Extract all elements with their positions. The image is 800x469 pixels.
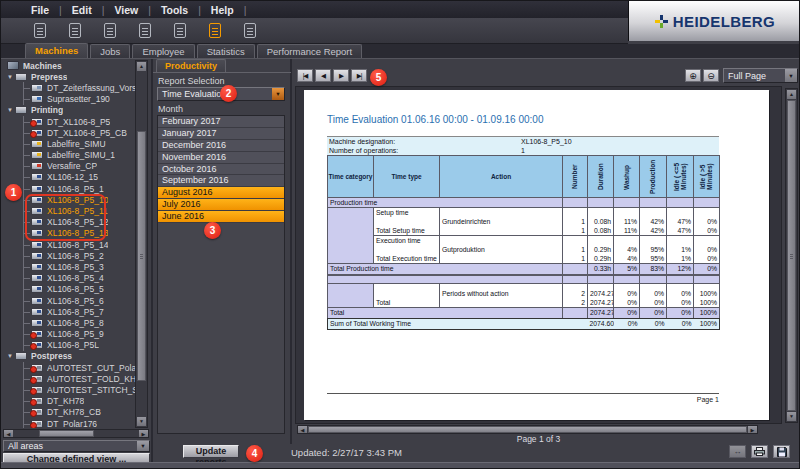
machine-item[interactable]: AUTOTEST_STITCH_ST450: [2, 384, 135, 395]
machine-item[interactable]: XL106-8_P5_3: [2, 261, 135, 272]
order-add-icon[interactable]: [170, 21, 190, 41]
scroll-left-icon[interactable]: ◀: [298, 426, 307, 433]
machine-item[interactable]: DT_XL106-8_P5_CB: [2, 127, 135, 138]
machine-item[interactable]: DT_XL106-8_P5: [2, 116, 135, 127]
machine-item[interactable]: XL106-8_P5_8: [2, 317, 135, 328]
machine-icon: [31, 308, 43, 316]
machine-item[interactable]: Suprasetter_190: [2, 94, 135, 105]
scrollbar-thumb[interactable]: [787, 100, 796, 411]
tree-root-machines[interactable]: Machines: [2, 60, 135, 71]
machine-item[interactable]: XL106-8_P5_6: [2, 295, 135, 306]
save-button[interactable]: [773, 445, 790, 458]
month-item[interactable]: December 2016: [158, 140, 284, 152]
expand-arrow-icon[interactable]: ▼: [5, 74, 15, 80]
scroll-right-icon[interactable]: ▶: [748, 426, 757, 433]
machine-item[interactable]: XL106-12_15: [2, 172, 135, 183]
main-tab[interactable]: Statistics: [197, 44, 255, 58]
scroll-down-icon[interactable]: ▼: [787, 412, 796, 421]
machines-root-icon: [7, 61, 19, 70]
previous-page-button[interactable]: ◀: [315, 69, 331, 82]
tree-group-postpress[interactable]: ▼ Postpress: [2, 351, 135, 362]
tab-productivity[interactable]: Productivity: [156, 59, 226, 72]
zoom-in-button[interactable]: ⊕: [685, 69, 701, 82]
scroll-up-icon[interactable]: ▲: [137, 62, 146, 71]
menu-item[interactable]: Help: [205, 4, 251, 16]
report-doc-icon[interactable]: [30, 21, 50, 41]
menu-bar: FileEditViewToolsHelp: [1, 1, 628, 18]
print-button[interactable]: [751, 445, 768, 458]
main-tab[interactable]: Employee: [132, 44, 194, 58]
first-page-button[interactable]: |◀: [297, 69, 313, 82]
month-item[interactable]: July 2016: [158, 199, 284, 211]
machine-item[interactable]: DT_KH78: [2, 396, 135, 407]
menu-item[interactable]: Edit: [66, 4, 109, 16]
machine-item[interactable]: DT_Polar176: [2, 418, 135, 428]
month-item[interactable]: September 2016: [158, 175, 284, 187]
chevron-down-icon[interactable]: ▼: [272, 88, 284, 100]
machine-item[interactable]: AUTOTEST_FOLD_KH78: [2, 373, 135, 384]
main-tab-bar: MachinesJobsEmployeeStatisticsPerformanc…: [1, 44, 800, 59]
scrollbar-thumb[interactable]: [308, 426, 747, 433]
zoom-level-select[interactable]: Full Page ▼: [723, 68, 798, 83]
month-item[interactable]: June 2016: [158, 211, 284, 223]
scroll-down-icon[interactable]: ▼: [137, 417, 146, 426]
next-page-button[interactable]: ▶: [333, 69, 349, 82]
main-tab[interactable]: Performance Report: [257, 44, 363, 58]
machine-item[interactable]: DT_KH78_CB: [2, 407, 135, 418]
area-filter-select[interactable]: All areas ▼: [3, 440, 150, 452]
tree-vertical-scrollbar[interactable]: ▲ ▼: [135, 60, 148, 428]
scroll-left-icon[interactable]: ◀: [4, 430, 13, 437]
pan-tool-button[interactable]: ↔: [729, 445, 746, 458]
scroll-right-icon[interactable]: ▶: [139, 430, 148, 437]
scroll-up-icon[interactable]: ▲: [787, 90, 796, 99]
machine-item[interactable]: Versafire_CP: [2, 161, 135, 172]
month-item[interactable]: January 2017: [158, 128, 284, 140]
tree-horizontal-scrollbar[interactable]: ◀ ▶: [3, 429, 149, 438]
performance-report-icon[interactable]: [205, 21, 225, 41]
machine-icon: [31, 297, 43, 305]
machine-item[interactable]: XL106-8_P5_4: [2, 273, 135, 284]
scrollbar-thumb[interactable]: [39, 430, 94, 437]
month-item[interactable]: October 2016: [158, 164, 284, 176]
tree-group-printing[interactable]: ▼ Printing: [2, 105, 135, 116]
menu-item[interactable]: View: [108, 4, 154, 16]
machine-item[interactable]: XL106-8_P5_7: [2, 306, 135, 317]
machine-item[interactable]: XL106-8_P5_9: [2, 329, 135, 340]
machine-item[interactable]: XL106-8_P5_2: [2, 250, 135, 261]
month-item[interactable]: November 2016: [158, 152, 284, 164]
menu-item[interactable]: File: [25, 4, 66, 16]
machine-item[interactable]: DT_Zeiterfassung_Vorstufe: [2, 82, 135, 93]
main-tab[interactable]: Jobs: [90, 44, 130, 58]
machine-item[interactable]: XL106-8_P5L: [2, 340, 135, 351]
system-settings-icon[interactable]: [100, 21, 120, 41]
page-status: Page 1 of 3: [293, 434, 784, 444]
month-item[interactable]: February 2017: [158, 116, 284, 128]
preview-vertical-scrollbar[interactable]: ▲ ▼: [785, 88, 798, 423]
machine-item[interactable]: Labelfire_SIMU: [2, 138, 135, 149]
machine-designation-value: XL106-8_P5_10: [521, 137, 572, 146]
machine-item[interactable]: Labelfire_SIMU_1: [2, 150, 135, 161]
save-icon: [777, 447, 787, 457]
main-tab[interactable]: Machines: [25, 43, 88, 58]
machine-icon: [31, 95, 43, 103]
report-title: Time Evaluation 01.06.16 00:00 - 01.09.1…: [327, 114, 543, 125]
menu-item[interactable]: Tools: [155, 4, 205, 16]
machine-icon: [31, 319, 43, 327]
month-item[interactable]: August 2016: [158, 187, 284, 199]
machine-item[interactable]: AUTOTEST_CUT_Polar176: [2, 362, 135, 373]
expand-arrow-icon[interactable]: ▼: [5, 107, 15, 113]
last-page-button[interactable]: ▶|: [351, 69, 367, 82]
expand-arrow-icon[interactable]: ▼: [5, 353, 15, 359]
annotation-badge-3: 3: [204, 222, 221, 239]
employee-terminal-icon[interactable]: [135, 21, 155, 41]
update-reports-button[interactable]: Update reports: [183, 445, 239, 458]
machine-item[interactable]: XL106-8_P5_5: [2, 284, 135, 295]
data-log-icon[interactable]: [240, 21, 260, 41]
chevron-down-icon[interactable]: ▼: [785, 69, 797, 82]
press-console-icon[interactable]: [65, 21, 85, 41]
chevron-down-icon[interactable]: ▼: [137, 441, 149, 451]
tree-group-prepress[interactable]: ▼ Prepress: [2, 71, 135, 82]
zoom-out-button[interactable]: ⊖: [703, 69, 719, 82]
scrollbar-thumb[interactable]: [137, 131, 146, 381]
preview-horizontal-scrollbar[interactable]: ◀ ▶: [297, 425, 758, 434]
